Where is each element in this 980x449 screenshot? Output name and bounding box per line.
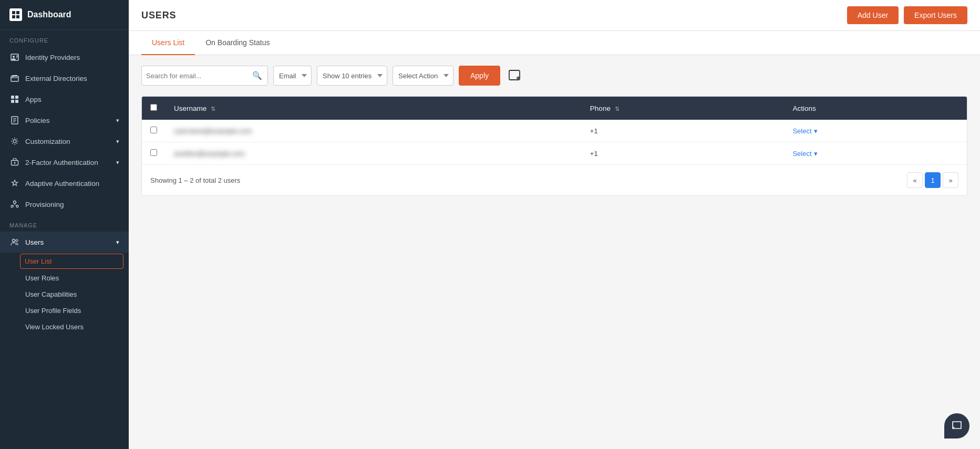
select-all-checkbox[interactable] (150, 104, 157, 111)
export-users-button[interactable]: Export Users (904, 6, 967, 24)
users-arrow-icon: ▾ (116, 239, 119, 246)
sidebar-logo[interactable]: Dashboard (0, 0, 129, 30)
sidebar-sub-item-user-list[interactable]: User List (20, 254, 123, 269)
users-table-container: Username ⇅ Phone ⇅ Actions (141, 96, 967, 196)
action-select[interactable]: Select Action Delete Activate (393, 66, 453, 86)
manage-section-label: Manage (0, 215, 129, 232)
filter-bar: 🔍 Email Show 10 entries Show 25 entries … (141, 66, 967, 86)
search-wrapper: 🔍 (141, 66, 268, 86)
svg-point-26 (13, 239, 15, 242)
sidebar-sub-label-view-locked-users: View Locked Users (25, 323, 84, 331)
topbar-actions: Add User Export Users (847, 6, 967, 24)
svg-point-10 (12, 77, 13, 78)
sidebar-item-identity-providers[interactable]: Identity Providers (0, 47, 129, 68)
chat-fab-button[interactable] (944, 413, 969, 438)
svg-rect-15 (15, 100, 18, 103)
tab-on-boarding-status[interactable]: On Boarding Status (195, 31, 280, 55)
header-actions: Actions (784, 97, 967, 120)
policies-icon (9, 115, 20, 126)
table-body: username@example.com +1 Select ▾ (142, 120, 967, 165)
content-area: Users List On Boarding Status 🔍 Email Sh… (129, 31, 980, 449)
header-checkbox-cell (142, 97, 166, 120)
row1-select-button[interactable]: Select ▾ (792, 127, 817, 135)
showing-text: Showing 1 – 2 of total 2 users (150, 176, 240, 184)
pagination-page-1-button[interactable]: 1 (925, 172, 941, 188)
row2-checkbox-cell (142, 142, 166, 165)
row1-actions: Select ▾ (784, 120, 967, 142)
custom-icon (9, 136, 20, 147)
sidebar-item-label-identity-providers: Identity Providers (25, 54, 80, 61)
search-input[interactable] (146, 72, 251, 80)
sidebar-item-apps[interactable]: Apps (0, 89, 129, 110)
sidebar-item-label-provisioning: Provisioning (25, 201, 64, 208)
sidebar-sub-item-user-capabilities[interactable]: User Capabilities (0, 286, 129, 302)
main-content: USERS Add User Export Users Users List O… (129, 0, 980, 449)
sidebar-sub-item-view-locked-users[interactable]: View Locked Users (0, 319, 129, 335)
header-phone[interactable]: Phone ⇅ (582, 97, 785, 120)
row1-phone: +1 (582, 120, 785, 142)
svg-point-22 (14, 162, 16, 164)
customization-arrow-icon: ▾ (116, 138, 119, 145)
sidebar-item-label-adaptive-auth: Adaptive Authentication (25, 180, 99, 187)
apply-button[interactable]: Apply (459, 66, 500, 86)
topbar: USERS Add User Export Users (129, 0, 980, 31)
dir-icon (9, 73, 20, 83)
phone-sort-icon: ⇅ (615, 106, 620, 112)
sidebar-item-adaptive-auth[interactable]: Adaptive Authentication (0, 173, 129, 194)
svg-rect-12 (11, 96, 14, 99)
svg-point-23 (14, 201, 16, 204)
header-username[interactable]: Username ⇅ (166, 97, 582, 120)
pagination-prev-button[interactable]: « (907, 172, 923, 188)
table-row: username@example.com +1 Select ▾ (142, 120, 967, 142)
row2-select-button[interactable]: Select ▾ (792, 150, 817, 158)
prov-icon (9, 199, 20, 210)
pagination-next-button[interactable]: » (943, 172, 958, 188)
show-entries-select[interactable]: Show 10 entries Show 25 entries Show 50 … (317, 66, 387, 86)
row2-select-arrow-icon: ▾ (814, 150, 818, 158)
sidebar-item-provisioning[interactable]: Provisioning (0, 194, 129, 215)
sidebar-sub-item-user-profile-fields[interactable]: User Profile Fields (0, 302, 129, 319)
search-button[interactable]: 🔍 (251, 71, 263, 80)
svg-rect-0 (12, 11, 15, 14)
svg-rect-3 (16, 15, 19, 18)
sidebar-sub-label-user-list: User List (25, 257, 51, 265)
row2-phone: +1 (582, 142, 785, 165)
twofa-arrow-icon: ▾ (116, 159, 119, 166)
table-row: another@example.com +1 Select ▾ (142, 142, 967, 165)
row1-checkbox[interactable] (150, 127, 157, 133)
email-filter-select[interactable]: Email (273, 66, 312, 86)
svg-point-20 (13, 140, 16, 143)
tabs-bar: Users List On Boarding Status (129, 31, 980, 55)
row1-username: username@example.com (166, 120, 582, 142)
svg-rect-13 (15, 96, 18, 99)
sidebar-item-external-directories[interactable]: External Directories (0, 68, 129, 89)
sidebar-item-users[interactable]: Users ▾ (0, 232, 129, 253)
sidebar-item-label-users: Users (25, 238, 44, 246)
sidebar-sub-label-user-capabilities: User Capabilities (25, 290, 77, 298)
sidebar-sub-item-user-roles[interactable]: User Roles (0, 270, 129, 286)
row2-actions: Select ▾ (784, 142, 967, 165)
dashboard-icon (9, 8, 22, 21)
sidebar-item-policies[interactable]: Policies ▾ (0, 110, 129, 131)
sidebar-item-label-customization: Customization (25, 138, 70, 145)
row1-checkbox-cell (142, 120, 166, 142)
sidebar-item-label-2fa: 2-Factor Authentication (25, 159, 98, 166)
row2-username: another@example.com (166, 142, 582, 165)
row2-checkbox[interactable] (150, 149, 157, 156)
sidebar-item-label-apps: Apps (25, 96, 42, 103)
add-user-button[interactable]: Add User (847, 6, 899, 24)
sidebar-item-2fa[interactable]: 2-Factor Authentication ▾ (0, 152, 129, 173)
tab-users-list[interactable]: Users List (141, 31, 195, 55)
svg-rect-14 (11, 100, 14, 103)
configure-section-label: Configure (0, 30, 129, 47)
sidebar: Dashboard Configure Identity Providers E… (0, 0, 129, 449)
apps-icon (9, 94, 20, 105)
add-user-icon-button[interactable] (506, 66, 525, 86)
users-icon (9, 237, 20, 247)
sidebar-item-customization[interactable]: Customization ▾ (0, 131, 129, 152)
username-sort-icon: ⇅ (211, 106, 215, 112)
table-header-row: Username ⇅ Phone ⇅ Actions (142, 97, 967, 120)
svg-rect-11 (12, 75, 17, 76)
policies-arrow-icon: ▾ (116, 117, 119, 124)
twofa-icon (9, 157, 20, 168)
